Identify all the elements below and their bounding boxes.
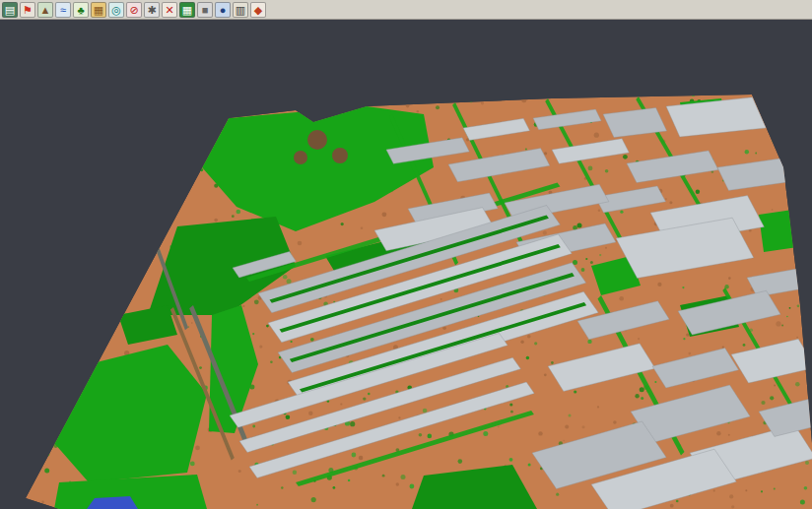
viewport-3d[interactable] [0, 20, 812, 509]
terrain-icon[interactable]: ▲ [37, 2, 53, 18]
application-window: ▤⚑▲≈♣▦◎⊘✱✕▦■●▥◆ [0, 0, 812, 509]
grid-icon[interactable]: ▦ [179, 2, 195, 18]
gear-icon[interactable]: ✱ [144, 2, 160, 18]
close-icon[interactable]: ✕ [162, 2, 177, 18]
flag-icon[interactable]: ⚑ [20, 2, 35, 18]
point-cloud-scene[interactable] [0, 20, 812, 509]
red-structure-blob [307, 130, 327, 150]
crate-icon[interactable]: ▦ [91, 2, 106, 18]
layers-icon[interactable]: ▤ [2, 2, 18, 18]
tree-icon[interactable]: ♣ [73, 2, 89, 18]
forbidden-icon[interactable]: ⊘ [126, 2, 142, 18]
cube-icon[interactable]: ■ [197, 2, 213, 18]
target-icon[interactable]: ◎ [108, 2, 124, 18]
globe-icon[interactable]: ● [215, 2, 231, 18]
water-icon[interactable]: ≈ [55, 2, 71, 18]
red-structure-blob [332, 148, 348, 163]
toolbar: ▤⚑▲≈♣▦◎⊘✱✕▦■●▥◆ [0, 0, 812, 20]
chart-icon[interactable]: ▥ [233, 2, 248, 18]
marker-icon[interactable]: ◆ [250, 2, 266, 18]
red-structure-blob [294, 151, 307, 164]
terrain-layer [24, 94, 812, 509]
